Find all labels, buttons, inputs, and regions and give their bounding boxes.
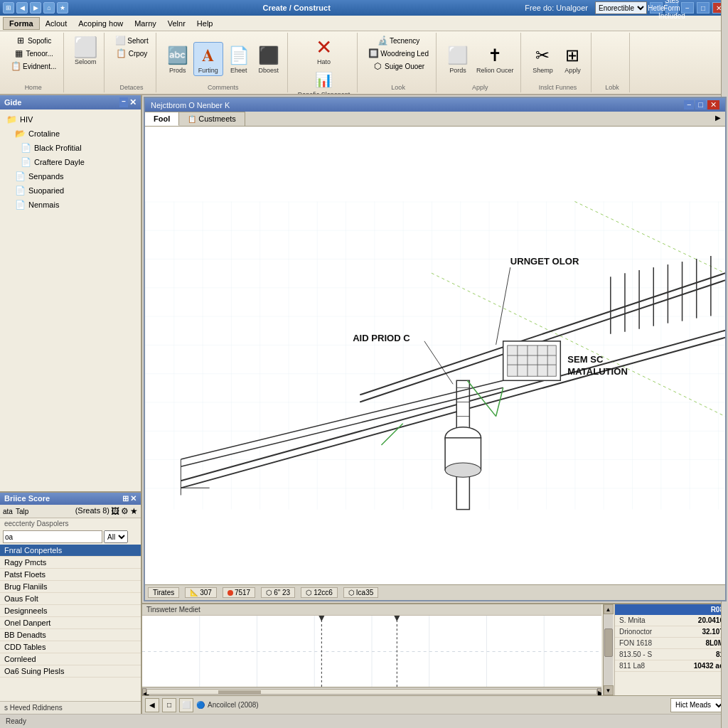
- db-307[interactable]: 📐 307: [185, 587, 217, 598]
- ribbon-btn-tenoor[interactable]: ▦ Tenoor...: [10, 47, 55, 60]
- nav-back-icon[interactable]: ◀: [16, 2, 28, 14]
- bt-btn-prev[interactable]: ◀: [145, 698, 159, 712]
- prods-label: Prods: [169, 67, 186, 74]
- db-tirates[interactable]: Tirates: [148, 587, 179, 598]
- blp-item-designneels[interactable]: Designneels: [0, 605, 141, 617]
- ribbon-btn-shemp[interactable]: ✂ Shemp: [528, 43, 557, 75]
- blp-item-oaus[interactable]: Oaus Folt: [0, 593, 141, 605]
- db-12cc6[interactable]: ⬡ 12cc6: [301, 587, 338, 598]
- props-hscroll-track[interactable]: [146, 689, 597, 695]
- db-ica35[interactable]: ⬡ Ica35: [343, 587, 378, 598]
- blp-expand-btn[interactable]: ⊞: [122, 494, 129, 503]
- dw-scroll-right[interactable]: ▶: [711, 112, 725, 126]
- bt-right-select[interactable]: Hict Meads: [670, 698, 725, 712]
- tree-item-hiv[interactable]: 📁 HIV: [3, 112, 138, 127]
- ribbon-btn-suige[interactable]: ⬡ Suige Ouoer: [369, 60, 427, 73]
- home-icon[interactable]: ⌂: [43, 2, 55, 14]
- ribbon-btn-eheet[interactable]: 📄 Eheet: [225, 43, 253, 75]
- menu-marny[interactable]: Marny: [129, 18, 162, 29]
- dw-tab-custmeets[interactable]: 📋 Custmeets: [179, 112, 245, 126]
- blp-icon3[interactable]: ★: [130, 506, 138, 516]
- drawing-window: Nejctbrom O Nenber K − □ ✕ Fool 📋 Custme…: [144, 97, 727, 601]
- ribbon-btn-furting[interactable]: 𝐀 Furting: [193, 42, 223, 76]
- panel-pin-btn[interactable]: −: [119, 97, 128, 107]
- bt-btn-rect[interactable]: ⬜: [179, 698, 193, 712]
- blp-item-patst[interactable]: Patst Floets: [0, 569, 141, 581]
- ribbon-btn-hato[interactable]: ✕ Hato: [310, 34, 338, 67]
- suige-icon: ⬡: [372, 60, 383, 72]
- tree-item-nenmais[interactable]: 📄 Nenmais: [3, 198, 138, 212]
- blp-item-oa6[interactable]: Oa6 Suing Plesls: [0, 665, 141, 678]
- props-hscrollbar[interactable]: ◀ ▶: [142, 687, 601, 695]
- tree-item-senpands[interactable]: 📄 Senpands: [3, 169, 138, 183]
- blp-item-cornleed[interactable]: Cornleed: [0, 653, 141, 665]
- ribbon-btn-dboest[interactable]: ⬛ Dboest: [255, 43, 283, 75]
- menu-aclout[interactable]: Aclout: [40, 18, 73, 29]
- db-7517[interactable]: 7517: [223, 587, 255, 598]
- tree-item-crotaline[interactable]: 📂 Crotaline: [3, 127, 138, 141]
- tree-icon-suoparied: 📄: [14, 185, 26, 196]
- dw-min-btn[interactable]: −: [684, 100, 694, 109]
- tree-item-craftere[interactable]: 📄 Craftere Dayle: [3, 155, 138, 169]
- drawing-canvas[interactable]: URNGET OLOR AID PRIOD C SEM SC MATALUTIO…: [145, 127, 725, 584]
- ribbon-btn-apply2[interactable]: ⊞ Apply: [558, 43, 587, 75]
- blp-item-onel[interactable]: Onel Danpert: [0, 617, 141, 629]
- relion-label: Relion Oucer: [476, 67, 514, 74]
- blp-tab-ata[interactable]: ata: [3, 508, 13, 515]
- props-title: Tinsweter Mediet: [142, 604, 601, 616]
- ribbon-btn-evidnent[interactable]: 📋 Evidnent...: [7, 60, 59, 73]
- blp-icon2[interactable]: ⚙: [121, 506, 129, 516]
- tree-item-black-profitial[interactable]: 📄 Black Profitial: [3, 141, 138, 155]
- props-canvas[interactable]: [142, 616, 601, 687]
- blp-sheets-btn[interactable]: (Sreats 8): [75, 506, 109, 516]
- blp-item-cdd[interactable]: CDD Tables: [0, 641, 141, 653]
- ribbon-btn-danefic[interactable]: 📊 Danefic Slaponent: [295, 67, 353, 95]
- minimize-button[interactable]: −: [681, 2, 694, 14]
- menu-velnr[interactable]: Velnr: [162, 18, 191, 29]
- blp-item-bb[interactable]: BB Denadts: [0, 629, 141, 641]
- ribbon-btn-woodreing[interactable]: 🔲 Woodreing Led: [365, 47, 432, 60]
- ribbon-home-small: ⊞ Sopofic: [12, 34, 54, 47]
- blp-filter-select[interactable]: All: [104, 530, 128, 543]
- nav-fwd-icon[interactable]: ▶: [30, 2, 41, 14]
- dw-max-btn[interactable]: □: [695, 100, 706, 109]
- ribbon-btn-seloom[interactable]: ⬜ Seloom: [71, 34, 100, 67]
- blp-icon1[interactable]: 🖼: [111, 506, 119, 516]
- dw-title-text: Nejctbrom O Nenber K: [151, 101, 230, 109]
- dw-tab-fool[interactable]: Fool: [145, 112, 179, 126]
- props-vscroll-down[interactable]: ▼: [604, 685, 614, 695]
- blp-item-brug[interactable]: Brug Flaniils: [0, 581, 141, 593]
- blp-item-fnral[interactable]: Fnral Conpertels: [0, 545, 141, 557]
- props-vscroll-up[interactable]: ▲: [604, 604, 614, 614]
- ribbon-btn-prods[interactable]: 🔤 Prods: [164, 43, 192, 75]
- menu-forma[interactable]: Forma: [3, 17, 40, 30]
- props-vscrollbar[interactable]: ▲ ▼: [603, 604, 613, 695]
- blp-tab-talp[interactable]: Talp: [16, 508, 28, 515]
- left-panel: Gide − ✕ 📁 HIV 📂 Crotaline 📄 Black Profi…: [0, 95, 142, 714]
- enorectible-dropdown[interactable]: Enorectible: [595, 1, 647, 14]
- ribbon-btn-sopofic[interactable]: ⊞ Sopofic: [12, 34, 54, 47]
- ribbon-btn-crpoy[interactable]: 📋 Crpoy: [113, 47, 151, 60]
- user-button[interactable]: Stes Form Included: [665, 2, 678, 14]
- blp-close-btn[interactable]: ✕: [130, 494, 136, 503]
- props-hscroll-arrow-right[interactable]: ▶: [597, 688, 601, 695]
- menu-acoping[interactable]: Acoping how: [73, 18, 129, 29]
- maximize-button[interactable]: □: [697, 2, 710, 14]
- bt-status-icon: 🔵: [196, 701, 205, 709]
- tree-item-suoparied[interactable]: 📄 Suoparied: [3, 183, 138, 198]
- ribbon-btn-pords[interactable]: ⬜ Pords: [444, 43, 472, 75]
- blp-item-ragy[interactable]: Ragy Pmcts: [0, 557, 141, 569]
- ribbon-group-detaces: ⬜ Sehort 📋 Crpoy Detaces: [107, 33, 156, 92]
- ribbon-btn-tecnency[interactable]: 🔬 Tecnency: [374, 34, 422, 47]
- db-623[interactable]: ⬡ 6" 23: [261, 587, 295, 598]
- props-vscroll-thumb[interactable]: [604, 628, 613, 657]
- panel-close-btn[interactable]: ✕: [129, 97, 136, 107]
- blp-search-input[interactable]: [3, 530, 102, 543]
- dw-close-btn[interactable]: ✕: [707, 100, 719, 109]
- menu-help[interactable]: Help: [191, 18, 219, 29]
- svg-point-35: [445, 463, 481, 477]
- star-icon[interactable]: ★: [57, 2, 68, 14]
- ribbon-btn-relion[interactable]: ✝ Relion Oucer: [473, 43, 517, 75]
- ribbon-btn-sehort[interactable]: ⬜ Sehort: [112, 34, 151, 47]
- bt-btn-square[interactable]: □: [162, 698, 176, 712]
